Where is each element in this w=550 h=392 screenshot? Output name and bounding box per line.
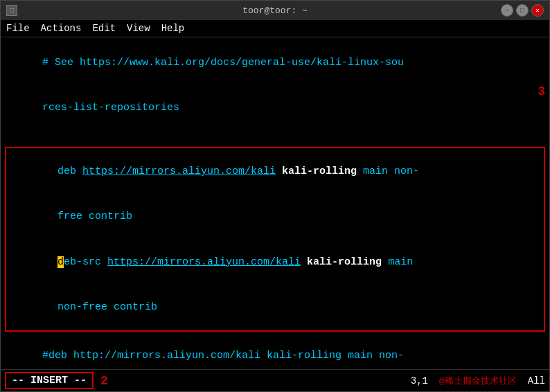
editor-area[interactable]: # See https://www.kali.org/docs/general-…	[1, 37, 549, 369]
editor-line-4b: non-free contrib	[8, 285, 542, 330]
menu-view[interactable]: View	[127, 23, 150, 34]
label-3: 3	[538, 82, 545, 100]
cursor: d	[57, 256, 64, 268]
editor-line-4: deb-src https://mirrors.aliyun.com/kali …	[8, 240, 542, 285]
window-icon: □	[6, 5, 17, 16]
editor-line-5: #deb http://mirrors.aliyun.com/kali kali…	[5, 333, 545, 369]
menu-file[interactable]: File	[6, 23, 30, 34]
menu-actions[interactable]: Actions	[41, 23, 82, 34]
close-button[interactable]: ✕	[531, 4, 544, 17]
terminal-window: □ toor@toor: ~ − □ ✕ File Actions Edit V…	[0, 0, 550, 392]
title-bar: □ toor@toor: ~ − □ ✕	[1, 1, 549, 20]
label-2: 2	[100, 374, 108, 388]
menu-help[interactable]: Help	[161, 23, 185, 34]
maximize-button[interactable]: □	[516, 4, 529, 17]
window-title: toor@toor: ~	[242, 6, 308, 16]
vim-mode-indicator: -- INSERT --	[5, 372, 94, 389]
status-right: 3,1 @稀土掘金技术社区 All	[411, 375, 545, 387]
title-bar-left: □	[6, 5, 17, 16]
watermark: @稀土掘金技术社区	[439, 375, 517, 387]
scroll-position: All	[528, 375, 545, 386]
cursor-position: 3,1	[411, 375, 428, 386]
editor-line-3: deb https://mirrors.aliyun.com/kali kali…	[8, 149, 542, 194]
editor-line-2: rces-list-repositories 3	[5, 85, 545, 145]
menu-edit[interactable]: Edit	[92, 23, 116, 34]
highlighted-block: deb https://mirrors.aliyun.com/kali kali…	[5, 147, 545, 332]
menu-bar: File Actions Edit View Help	[1, 20, 549, 37]
window-controls: − □ ✕	[501, 4, 544, 17]
status-bar: -- INSERT -- 2 3,1 @稀土掘金技术社区 All	[1, 369, 549, 391]
editor-line-1: # See https://www.kali.org/docs/general-…	[5, 40, 545, 85]
editor-line-3b: free contrib	[8, 195, 542, 240]
minimize-button[interactable]: −	[501, 4, 513, 17]
